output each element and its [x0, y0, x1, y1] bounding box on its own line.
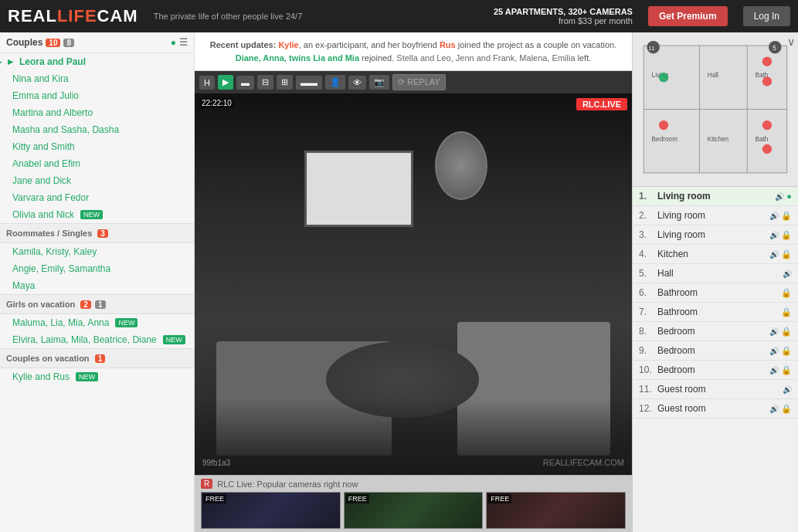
- hd-button[interactable]: H: [199, 76, 215, 90]
- couple-name: Emma and Julio: [12, 90, 79, 101]
- svg-text:11: 11: [648, 45, 654, 52]
- svg-text:Hall: Hall: [708, 72, 718, 79]
- collapse-button[interactable]: ∨: [787, 36, 795, 48]
- login-button[interactable]: Log In: [743, 6, 790, 26]
- green-dot-icon: ●: [786, 191, 792, 201]
- room-item-2[interactable]: 2. Living room 🔊 🔒: [633, 206, 798, 225]
- person-button[interactable]: 👤: [325, 75, 345, 90]
- lock-icon: 🔒: [781, 230, 792, 240]
- layout-1-button[interactable]: ▬: [236, 76, 254, 90]
- lock-icon: 🔒: [781, 211, 792, 221]
- floor-map: ∨ Living Hall Bath Bedroom Kitchen Bath: [633, 32, 798, 187]
- sidebar-item-leora-paul[interactable]: ▶ Leora and Paul: [0, 53, 194, 70]
- couples-vacation-header: Couples on vacation 1: [0, 348, 194, 368]
- news-bar: Recent updates: Kylie, an ex-participant…: [195, 32, 632, 71]
- couple-name: Varvara and Fedor: [12, 192, 89, 203]
- sidebar-item-kitty-smith[interactable]: Kitty and Smith: [0, 138, 194, 155]
- thumbnail-2[interactable]: FREE: [344, 492, 484, 529]
- sound-icon: 🔊: [769, 327, 779, 336]
- sidebar-item-anabel-efim[interactable]: Anabel and Efim: [0, 155, 194, 172]
- couples-badge-green: 10: [46, 39, 60, 47]
- new-badge: NEW: [115, 318, 138, 327]
- popular-text: RLC Live: Popular cameras right now: [217, 479, 358, 489]
- rlc-icon: R: [201, 479, 212, 489]
- svg-point-13: [762, 76, 772, 86]
- sidebar-item-angie[interactable]: Angie, Emily, Samantha: [0, 260, 194, 277]
- girls-badge-gray: 1: [95, 300, 106, 309]
- right-panel: ∨ Living Hall Bath Bedroom Kitchen Bath: [632, 32, 798, 532]
- thumbnail-1[interactable]: FREE: [201, 492, 341, 529]
- sidebar-item-kamila[interactable]: Kamila, Kristy, Kaley: [0, 243, 194, 260]
- sound-icon: 🔊: [769, 212, 779, 220]
- content-area: Recent updates: Kylie, an ex-participant…: [195, 32, 632, 532]
- room-item-6[interactable]: 6. Bathroom 🔒: [633, 283, 798, 303]
- svg-text:Bath: Bath: [756, 136, 769, 143]
- girls-vacation-header: Girls on vacation 2 1: [0, 294, 194, 314]
- sidebar-item-maya[interactable]: Maya: [0, 277, 194, 294]
- sidebar-item-masha-sasha[interactable]: Masha and Sasha, Dasha: [0, 121, 194, 138]
- menu-icon[interactable]: ☰: [179, 37, 188, 48]
- thumbnail-3[interactable]: FREE: [486, 492, 626, 529]
- sidebar: Couples 10 8 ● ☰ ▶ Leora and Paul Nina a…: [0, 32, 195, 532]
- room-item-12[interactable]: 12. Guest room 🔊 🔒: [633, 399, 798, 418]
- sidebar-item-varvara-fedor[interactable]: Varvara and Fedor: [0, 189, 194, 206]
- room-item-11[interactable]: 11. Guest room 🔊: [633, 380, 798, 399]
- room-item-1[interactable]: 1. Living room 🔊 ●: [633, 187, 798, 206]
- record-button[interactable]: ▶: [218, 75, 233, 90]
- room-item-4[interactable]: 4. Kitchen 🔊 🔒: [633, 245, 798, 264]
- svg-point-14: [762, 120, 772, 130]
- eye-button[interactable]: 👁: [348, 76, 366, 90]
- room-item-5[interactable]: 5. Hall 🔊: [633, 264, 798, 283]
- get-premium-button[interactable]: Get Premium: [648, 6, 728, 26]
- layout-3-button[interactable]: ⊞: [277, 75, 293, 90]
- couple-name: Anabel and Efim: [12, 158, 80, 169]
- girls-badge-green: 2: [80, 300, 91, 309]
- sidebar-item-kylie-rus[interactable]: Kylie and Rus NEW: [0, 368, 194, 385]
- room-item-10[interactable]: 10. Bedroom 🔊 🔒: [633, 361, 798, 380]
- room-item-7[interactable]: 7. Bathroom 🔒: [633, 303, 798, 322]
- svg-text:5: 5: [773, 45, 776, 52]
- cam-icon-button[interactable]: 📷: [369, 75, 389, 90]
- couples-section-header: Couples 10 8 ● ☰: [0, 32, 194, 53]
- main-layout: Couples 10 8 ● ☰ ▶ Leora and Paul Nina a…: [0, 32, 798, 532]
- couple-name: Nina and Kira: [12, 73, 69, 84]
- sidebar-item-maluma[interactable]: Maluma, Lia, Mia, Anna NEW: [0, 314, 194, 331]
- sound-icon: 🔊: [775, 192, 784, 201]
- room-item-8[interactable]: 8. Bedroom 🔊 🔒: [633, 322, 798, 341]
- layout-2-button[interactable]: ⊟: [257, 75, 273, 90]
- lock-icon: 🔒: [781, 365, 792, 375]
- logo-real: REAL: [8, 6, 57, 25]
- camera-controls: H ▶ ▬ ⊟ ⊞ ▬▬ 👤 👁 📷 ⟳ REPLAY: [195, 71, 632, 93]
- room-list: 1. Living room 🔊 ● 2. Living room 🔊 🔒 3.…: [633, 187, 798, 418]
- tagline: The private life of other people live 24…: [154, 12, 478, 21]
- layout-4-button[interactable]: ▬▬: [296, 76, 322, 90]
- sidebar-item-nina-kira[interactable]: Nina and Kira: [0, 70, 194, 87]
- replay-button[interactable]: ⟳ REPLAY: [392, 74, 446, 90]
- online-icon[interactable]: ●: [171, 37, 176, 48]
- header: REALLIFECAM The private life of other pe…: [0, 0, 798, 32]
- roommates-section-header: Roommates / Singles 3: [0, 223, 194, 243]
- couple-name: Olivia and Nick: [12, 209, 74, 220]
- svg-point-12: [762, 57, 772, 66]
- couples-badge-gray: 8: [63, 39, 74, 47]
- sound-icon: 🔊: [769, 366, 779, 374]
- svg-point-15: [762, 144, 772, 154]
- sidebar-item-elvira[interactable]: Elvira, Laima, Mila, Beatrice, Diane NEW: [0, 331, 194, 348]
- stats: 25 APARTMENTS, 320+ CAMERAS from $33 per…: [494, 7, 633, 25]
- sidebar-item-jane-dick[interactable]: Jane and Dick: [0, 172, 194, 189]
- lock-icon: 🔒: [781, 404, 792, 414]
- new-badge: NEW: [163, 335, 185, 344]
- couple-name: Martina and Alberto: [12, 107, 93, 118]
- sound-icon: 🔊: [769, 347, 779, 355]
- sidebar-item-olivia-nick[interactable]: Olivia and Nick NEW: [0, 206, 194, 223]
- room-item-3[interactable]: 3. Living room 🔊 🔒: [633, 225, 798, 245]
- camera-image: [195, 93, 632, 475]
- sidebar-item-martina-alberto[interactable]: Martina and Alberto: [0, 104, 194, 121]
- sound-icon: 🔊: [769, 250, 779, 259]
- sidebar-item-emma-julio[interactable]: Emma and Julio: [0, 87, 194, 104]
- room-item-9[interactable]: 9. Bedroom 🔊 🔒: [633, 341, 798, 361]
- site-logo: REALLIFECAM: [8, 6, 138, 26]
- sound-icon: 🔊: [783, 269, 792, 278]
- couple-name: Kitty and Smith: [12, 141, 75, 152]
- svg-point-17: [659, 73, 668, 82]
